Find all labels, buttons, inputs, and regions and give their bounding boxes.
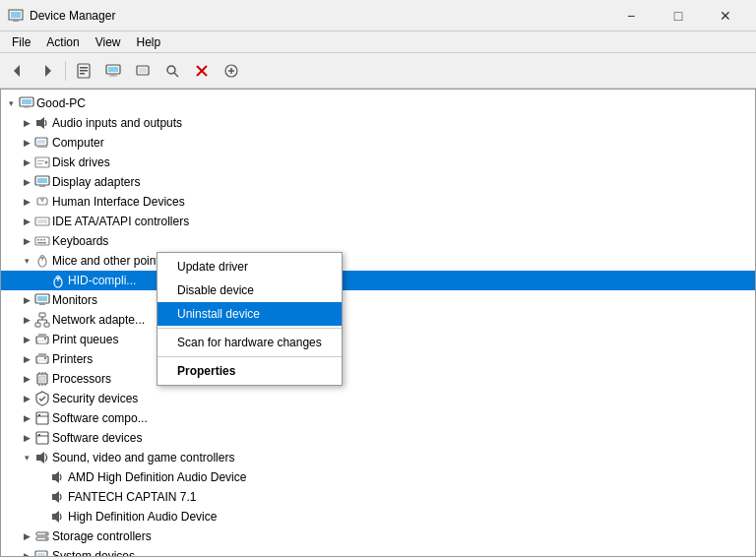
expand-hid[interactable]: ▶ <box>19 194 34 210</box>
tree-item-keyboards[interactable]: ▶ Keyboards <box>1 231 755 251</box>
svg-rect-54 <box>39 303 45 305</box>
tree-item-sound[interactable]: ▾ Sound, video and game controllers <box>1 448 755 467</box>
monitors-icon <box>34 292 50 308</box>
expand-security[interactable]: ▶ <box>19 391 34 406</box>
hd-audio-icon <box>50 509 66 525</box>
context-menu-separator <box>158 328 342 329</box>
tree-item-fantech[interactable]: FANTECH CAPTAIN 7.1 <box>1 487 755 507</box>
maximize-button[interactable]: □ <box>656 0 701 31</box>
tree-audio-label: Audio inputs and outputs <box>52 116 753 130</box>
context-menu-uninstall-device[interactable]: Uninstall device <box>158 302 342 326</box>
tree-item-network[interactable]: ▶ Network adapte... <box>1 310 755 330</box>
svg-rect-41 <box>35 237 49 245</box>
minimize-button[interactable]: − <box>608 0 654 31</box>
toolbar-device[interactable] <box>129 57 157 85</box>
expand-printqueues[interactable]: ▶ <box>19 332 34 347</box>
tree-item-storage[interactable]: ▶ Storage controllers <box>1 526 755 546</box>
svg-point-15 <box>167 66 175 74</box>
security-icon <box>34 391 50 406</box>
context-menu-scan-hardware[interactable]: Scan for hardware changes <box>158 331 342 354</box>
tree-item-security[interactable]: ▶ Security devices <box>1 389 755 408</box>
window-controls: − □ ✕ <box>608 0 748 31</box>
svg-rect-7 <box>80 70 88 72</box>
tree-item-mice[interactable]: ▾ Mice and other pointing devices <box>1 251 755 271</box>
toolbar-monitor[interactable] <box>99 57 127 85</box>
svg-rect-81 <box>36 432 48 444</box>
toolbar-forward[interactable] <box>33 57 61 85</box>
expand-audio[interactable]: ▶ <box>19 115 34 131</box>
tree-item-amd-audio[interactable]: AMD High Definition Audio Device <box>1 467 755 487</box>
svg-rect-14 <box>139 68 147 73</box>
software-comp-icon <box>34 410 50 426</box>
svg-rect-2 <box>13 20 19 22</box>
tree-item-softwarecomp[interactable]: ▶ Software compo... <box>1 408 755 428</box>
processor-icon <box>34 371 50 387</box>
svg-rect-12 <box>109 75 117 76</box>
tree-item-hd-audio[interactable]: High Definition Audio Device <box>1 507 755 526</box>
svg-rect-71 <box>39 376 45 382</box>
menu-file[interactable]: File <box>4 33 38 51</box>
expand-sound[interactable]: ▾ <box>19 450 34 465</box>
svg-point-30 <box>45 161 48 164</box>
expand-system[interactable]: ▶ <box>19 548 34 556</box>
tree-item-computer[interactable]: ▶ Computer <box>1 133 755 153</box>
context-menu-update-driver[interactable]: Update driver <box>158 255 342 278</box>
tree-fantech-label: FANTECH CAPTAIN 7.1 <box>68 490 753 504</box>
tree-item-disk[interactable]: ▶ Disk drives <box>1 153 755 172</box>
menu-action[interactable]: Action <box>38 33 87 51</box>
expand-disk[interactable]: ▶ <box>19 155 34 170</box>
expand-softwarecomp[interactable]: ▶ <box>19 410 34 426</box>
tree-item-printers[interactable]: ▶ Printers <box>1 349 755 369</box>
expand-network[interactable]: ▶ <box>19 312 34 328</box>
tree-item-softwaredev[interactable]: ▶ Software devices <box>1 428 755 448</box>
tree-item-audio[interactable]: ▶ Audio inputs and outputs <box>1 113 755 133</box>
tree-item-system[interactable]: ▶ System devices <box>1 546 755 556</box>
toolbar-back[interactable] <box>4 57 32 85</box>
sound-icon <box>34 450 50 465</box>
expand-keyboards[interactable]: ▶ <box>19 233 34 249</box>
expand-root[interactable]: ▾ <box>3 95 19 111</box>
close-button[interactable]: ✕ <box>703 0 748 31</box>
tree-item-display[interactable]: ▶ Display adapters <box>1 172 755 192</box>
svg-point-90 <box>45 533 47 535</box>
expand-ide[interactable]: ▶ <box>19 214 34 229</box>
svg-rect-80 <box>38 414 40 416</box>
toolbar-add[interactable] <box>218 57 245 85</box>
context-menu-disable-device[interactable]: Disable device <box>158 278 342 302</box>
expand-display[interactable]: ▶ <box>19 174 34 190</box>
svg-rect-64 <box>38 340 46 343</box>
expand-storage[interactable]: ▶ <box>19 528 34 544</box>
expand-softwaredev[interactable]: ▶ <box>19 430 34 446</box>
expand-processors[interactable]: ▶ <box>19 371 34 387</box>
tree-item-ide[interactable]: ▶ IDE ATA/ATAPI controllers <box>1 212 755 231</box>
svg-rect-24 <box>24 106 30 108</box>
tree-item-hid[interactable]: ▶ Human Interface Devices <box>1 192 755 212</box>
toolbar-remove[interactable] <box>188 57 216 85</box>
svg-point-91 <box>45 538 47 540</box>
expand-hd-audio <box>34 509 50 525</box>
context-menu-properties[interactable]: Properties <box>158 359 342 383</box>
tree-item-root[interactable]: ▾ Good-PC <box>1 93 755 113</box>
toolbar-scan[interactable] <box>158 57 186 85</box>
main-container: ▾ Good-PC ▶ Audio inputs and outputs ▶ <box>0 89 756 557</box>
tree-item-printqueues[interactable]: ▶ Print queues <box>1 330 755 349</box>
keyboard-icon <box>34 233 50 249</box>
tree-view[interactable]: ▾ Good-PC ▶ Audio inputs and outputs ▶ <box>1 90 755 556</box>
tree-root-label: Good-PC <box>36 96 753 110</box>
menu-help[interactable]: Help <box>129 33 169 51</box>
display-icon <box>34 174 50 190</box>
expand-monitors[interactable]: ▶ <box>19 292 34 308</box>
expand-computer[interactable]: ▶ <box>19 135 34 151</box>
svg-rect-43 <box>40 239 42 241</box>
printers-icon <box>34 351 50 367</box>
tree-security-label: Security devices <box>52 392 753 405</box>
tree-item-monitors[interactable]: ▶ Monitors <box>1 290 755 310</box>
svg-marker-87 <box>52 511 59 523</box>
menu-view[interactable]: View <box>88 33 129 51</box>
tree-item-processors[interactable]: ▶ Processors <box>1 369 755 389</box>
toolbar-properties[interactable] <box>70 57 97 85</box>
expand-mice[interactable]: ▾ <box>19 253 34 269</box>
expand-printers[interactable]: ▶ <box>19 351 34 367</box>
tree-item-hid-compliant[interactable]: HID-compli... <box>1 271 755 290</box>
computer-node-icon <box>34 135 50 151</box>
